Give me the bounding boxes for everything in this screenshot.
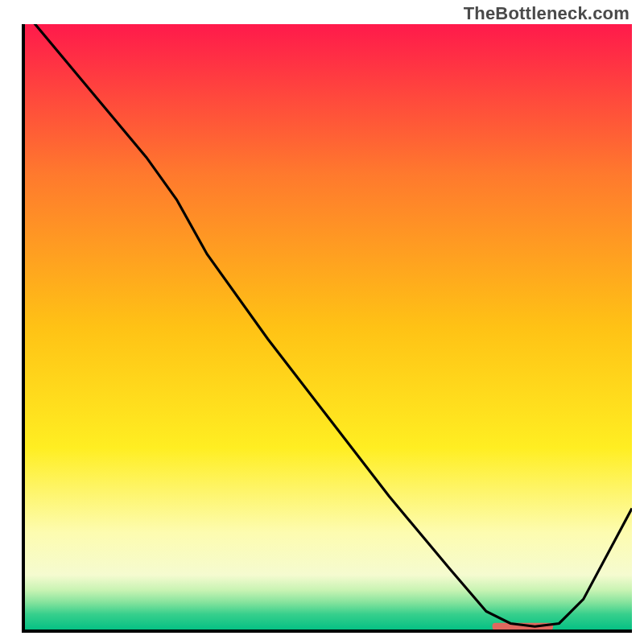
- gradient-fill: [25, 24, 632, 630]
- watermark-text: TheBottleneck.com: [464, 3, 630, 24]
- chart-canvas: [25, 24, 632, 630]
- chart-page: TheBottleneck.com: [0, 0, 644, 644]
